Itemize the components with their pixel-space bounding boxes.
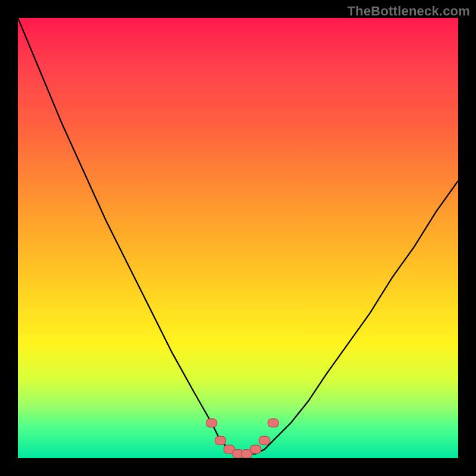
marker-point bbox=[215, 436, 226, 444]
outer-frame: TheBottleneck.com bbox=[0, 0, 476, 476]
chart-svg bbox=[18, 18, 458, 458]
marker-point bbox=[268, 419, 278, 427]
marker-point bbox=[259, 436, 270, 444]
bottleneck-curve bbox=[18, 18, 458, 454]
marker-point bbox=[250, 445, 261, 453]
marker-point bbox=[206, 419, 217, 427]
plot-area bbox=[18, 18, 458, 458]
markers-group bbox=[206, 419, 279, 458]
watermark-text: TheBottleneck.com bbox=[347, 4, 470, 19]
